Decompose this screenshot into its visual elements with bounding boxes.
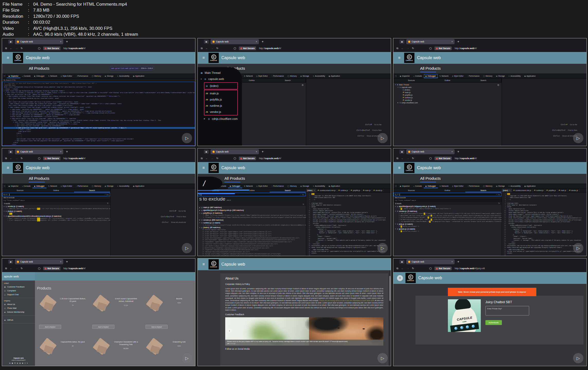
sources-column-header[interactable]: Sources (393, 78, 429, 82)
refresh-icon[interactable]: ↻ (498, 202, 500, 204)
devtools-tab[interactable]: ▤Storage (494, 184, 506, 188)
source-tree-item[interactable]: JSruntime.js (393, 96, 502, 99)
menu-icon[interactable]: ≡ (6, 166, 10, 170)
browser-tab[interactable]: Capsule web× (406, 39, 455, 44)
play-overlay-icon[interactable]: ▷ (573, 133, 583, 143)
markup-line[interactable]: ▸ <app-navbar _ngcontent-ng-c3682965935=… (4, 109, 195, 110)
social-icon[interactable]: ◈ (9, 362, 10, 364)
pick-element-icon[interactable]: ⊸ (393, 74, 398, 78)
devtools-tab[interactable]: {}Style Editor (450, 74, 465, 78)
devtools-tab[interactable]: ▣Inspector (398, 74, 412, 78)
markup-line[interactable]: ▸ <mat-paginator class="mat-mdc-paginato… (4, 140, 195, 142)
shield-icon[interactable] (38, 267, 40, 270)
menu-icon[interactable]: ≡ (201, 56, 206, 60)
sidebar-item[interactable]: ◻Support Chat (2, 293, 35, 296)
search-column-header[interactable]: Search (74, 188, 110, 192)
devtools-tab[interactable]: ⇅Network (242, 74, 255, 78)
search-result-file[interactable]: ▼▤polyfills.js(2 matches) (198, 212, 306, 214)
search-result-line[interactable]: 14rel="stylesheet" type="text/css" href=… (198, 239, 306, 241)
devtools-tab[interactable]: {}Style Editor (59, 74, 74, 78)
search-result-line[interactable]: 1/* eslint-env browser */ (393, 230, 502, 232)
markup-line[interactable]: <div class="cdk-visually-hidden cdk-focu… (4, 101, 195, 103)
reload-button[interactable]: ↻ (412, 47, 414, 50)
sources-column-header[interactable]: Sources (2, 188, 38, 192)
markup-line[interactable]: ▾ <app-search-result class="ng-star-inse… (4, 118, 195, 120)
markup-line[interactable]: ▾ <div class="ng-star-inserted" _ngconte… (4, 125, 195, 127)
markup-line[interactable]: ▸ <div> ⋯ </div> (4, 129, 195, 131)
devtools-tab[interactable]: ▤Storage (103, 74, 115, 78)
devtools-tab[interactable]: ✦Accessibility (115, 74, 131, 78)
not-secure-badge[interactable]: Not Secure (43, 157, 61, 160)
shield-icon[interactable] (38, 157, 40, 160)
video-frame-1[interactable]: ▣Capsule web×+ ⧉←→↻Not Securehttp://caps… (2, 38, 195, 146)
devtools-tab[interactable]: »Console (412, 74, 424, 78)
back-button[interactable]: ← (10, 157, 12, 160)
window-icon[interactable]: ⧉ (5, 267, 7, 270)
devtools-tab[interactable]: ▦Application (131, 184, 146, 188)
browser-tab[interactable]: Capsule web× (406, 259, 455, 264)
search-result-file[interactable]: ▼▤runtime.js(1 match) (198, 221, 306, 224)
browser-tab[interactable]: Capsule web× (211, 149, 259, 154)
search-result-line[interactable]: 14css" href="//cdnjs.cloudflare.com/ajax… (198, 245, 306, 247)
tab-close-icon[interactable]: × (451, 40, 453, 43)
refresh-icon[interactable]: ↻ (107, 202, 108, 204)
search-result-line[interactable]: 1/*! jQuery v2.2.4 | (c) jQuery Foundati… (393, 208, 502, 210)
play-overlay-icon[interactable]: ▷ (377, 353, 388, 363)
search-option-icons[interactable]: .* Aa (300, 194, 304, 195)
shield-icon[interactable] (234, 47, 236, 50)
url-text[interactable]: http://capsule.web/#/ (259, 47, 281, 50)
tab-close-icon[interactable]: × (451, 150, 453, 153)
devtools-tab[interactable]: ▦Application (131, 74, 146, 78)
source-tree-item[interactable]: JSvendor.js (393, 99, 502, 101)
sidebar-item[interactable]: ◉GitHub (2, 318, 35, 322)
shield-icon[interactable] (429, 157, 432, 160)
devtools-tab[interactable]: ▤Storage (103, 184, 115, 188)
menu-icon[interactable]: ≡ (397, 275, 403, 281)
devtools-tab[interactable]: ◯Memory (481, 74, 494, 78)
outline-column-header[interactable]: Outline (429, 188, 465, 192)
markup-line[interactable]: <!----> (4, 134, 195, 136)
sidebar-item[interactable]: ◆Deluxe Membership (2, 310, 35, 314)
pick-element-icon[interactable]: ⊸ (2, 184, 7, 188)
forward-button[interactable]: → (15, 157, 18, 160)
window-icon[interactable]: ⧉ (201, 157, 203, 160)
source-tree-item[interactable]: JSmain.js (393, 91, 502, 94)
shield-icon[interactable] (429, 267, 432, 270)
not-secure-badge[interactable]: Not Secure (435, 267, 452, 270)
reload-button[interactable]: ↻ (21, 47, 23, 50)
markup-line[interactable]: </div> (4, 132, 195, 134)
search-result-line[interactable]: 13<link id="favicon" rel="icon" type="im… (198, 233, 306, 235)
markup-line[interactable]: ▸ <head> ⋯ </head> (4, 88, 195, 90)
search-result-line[interactable]: 1X="application/json",te=`$(X), $(De), *… (393, 219, 502, 221)
search-column-header[interactable]: Search (465, 188, 501, 192)
back-button[interactable]: ← (401, 267, 404, 270)
editor-index-tab[interactable]: (index)× (306, 188, 316, 192)
forward-button[interactable]: → (15, 47, 18, 50)
devtools-tab[interactable]: »Console (20, 184, 32, 188)
tab-list-icon[interactable]: ▣ (204, 150, 209, 154)
not-secure-badge[interactable]: Not Secure (435, 157, 452, 160)
markup-line[interactable]: ▾ <app-root ng-version="19.2.14" _nghost… (4, 94, 195, 95)
devtools-tab[interactable]: »Console (412, 184, 424, 188)
editor-file-tab[interactable]: JSvendor.js (372, 188, 384, 192)
video-frame-2[interactable]: ▣Capsule web×+ ⧉←→↻Not Securehttp://caps… (197, 38, 391, 146)
search-result-line[interactable]: 1|ve.appendChild(Pe.createTextNode(`\n/*… (393, 221, 502, 223)
video-frame-3[interactable]: ▣Capsule web×+ ⧉←→↻Not Securehttp://caps… (393, 38, 587, 146)
markup-line[interactable]: </div> (4, 143, 195, 145)
devtools-tab[interactable]: {}Style Editor (450, 184, 465, 188)
markup-line[interactable]: <!DOCTYPE html> (4, 84, 195, 86)
search-result-line[interactable]: 1cdk-text-field-autofill-start{/*!*/}@ke… (393, 213, 502, 215)
authenticate-button[interactable]: Authenticate (485, 320, 502, 325)
browser-tab[interactable]: Capsule web× (15, 39, 63, 44)
devtools-tab[interactable]: ✦Accessibility (115, 184, 131, 188)
add-to-basket-button[interactable]: Add to Basket (92, 325, 114, 329)
search-result-file[interactable]: ▼▤vendor.js(1 match) (2, 205, 110, 208)
sources-column-header[interactable]: Sources (393, 188, 429, 192)
source-tree-item[interactable]: JSpolyfills.js (393, 94, 502, 96)
search-result-line[interactable]: 1@keyframes cdk-text-field-autofill-end{… (393, 215, 502, 217)
menu-icon[interactable]: ≡ (397, 56, 402, 60)
url-text[interactable]: http://capsule.web/#/ (63, 157, 85, 160)
feedback-carousel[interactable]: ‹ Please send me the juicy chatbot NFT i… (225, 317, 383, 346)
add-to-basket-button[interactable]: Add to Basket (146, 325, 168, 329)
search-result-line[interactable]: 14<link rel="stylesheet" type="text/css"… (198, 237, 306, 239)
